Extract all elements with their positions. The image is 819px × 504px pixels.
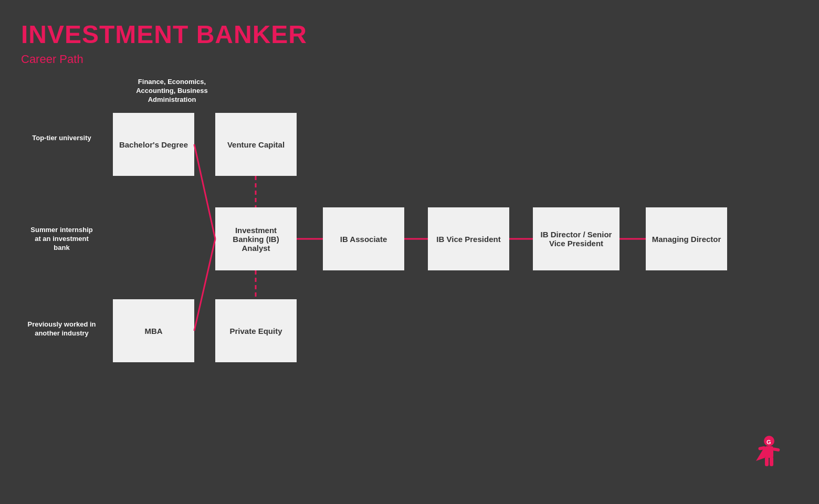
card-managing-director: Managing Director xyxy=(646,207,727,270)
education-label: Finance, Economics,Accounting, BusinessA… xyxy=(131,78,213,104)
card-ib-associate: IB Associate xyxy=(323,207,404,270)
svg-line-1 xyxy=(194,239,215,331)
logo-icon: G xyxy=(751,434,788,476)
card-private-equity: Private Equity xyxy=(215,299,297,362)
svg-rect-14 xyxy=(772,447,780,452)
label-summer-internship: Summer internshipat an investmentbank xyxy=(16,226,108,253)
card-ib-vp: IB Vice President xyxy=(428,207,509,270)
svg-rect-11 xyxy=(765,457,769,466)
card-ib-director: IB Director / SeniorVice President xyxy=(533,207,620,270)
logo-area: G xyxy=(751,434,788,478)
svg-rect-9 xyxy=(765,446,773,458)
svg-text:G: G xyxy=(766,439,771,445)
svg-line-0 xyxy=(194,144,215,239)
label-top-tier: Top-tier university xyxy=(16,134,108,143)
svg-rect-12 xyxy=(770,457,773,466)
label-previously-worked: Previously worked inanother industry xyxy=(16,320,108,338)
page-subtitle: Career Path xyxy=(21,52,83,66)
card-venture-capital: Venture Capital xyxy=(215,113,297,176)
card-mba: MBA xyxy=(113,299,194,362)
card-bachelors: Bachelor's Degree xyxy=(113,113,194,176)
page-title: INVESTMENT BANKER xyxy=(21,20,307,49)
card-ib-analyst: InvestmentBanking (IB)Analyst xyxy=(215,207,297,270)
